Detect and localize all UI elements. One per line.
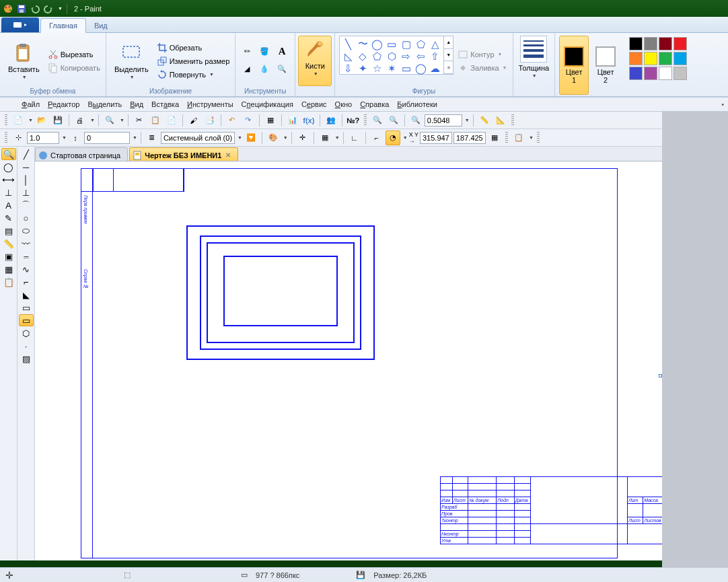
properties-icon[interactable]: 📑 (203, 113, 217, 128)
vtool-param[interactable]: ▤ (1, 225, 16, 237)
ruler2-icon[interactable]: 📐 (493, 113, 508, 128)
crosshair-icon[interactable]: ✛ (295, 131, 310, 145)
paste-button[interactable]: Вставить ▼ (4, 36, 44, 86)
palette-swatch[interactable] (629, 67, 643, 80)
open-icon[interactable]: 📂 (34, 113, 49, 128)
menu-instruments[interactable]: Инструменты (187, 100, 233, 108)
menu-select[interactable]: Выделить (87, 100, 122, 108)
vtool-dim[interactable]: ⟷ (1, 174, 16, 186)
vtool-measure[interactable]: 📏 (1, 238, 16, 250)
resize-button[interactable]: Изменить размер (155, 55, 231, 67)
step-icon[interactable]: ↕ (68, 131, 83, 145)
eraser-tool[interactable]: ◢ (240, 62, 254, 77)
step-input[interactable] (84, 132, 130, 144)
dtool-segment[interactable]: ╱ (19, 148, 34, 160)
zoom-in-icon[interactable]: 🔍 (370, 113, 385, 128)
grid-icon[interactable]: ▦ (318, 131, 332, 145)
dtool-rect2[interactable]: ▭ (19, 301, 34, 314)
menu-file[interactable]: Файл (22, 100, 40, 108)
fill-tool[interactable]: 🪣 (257, 44, 272, 59)
layer-select[interactable] (161, 132, 235, 144)
shapes-expand[interactable]: ≡ (444, 61, 453, 74)
color2-button[interactable]: Цвет 2 (591, 36, 620, 95)
outline-button[interactable]: Контур▼ (456, 48, 508, 61)
save-icon[interactable]: 💾 (50, 113, 65, 128)
rotate-button[interactable]: Повернуть▼ (155, 69, 231, 81)
shape-pentagon[interactable]: ⬠ (370, 50, 384, 63)
tab-drawing[interactable]: Чертеж БЕЗ ИМЕНИ1 ✕ (129, 147, 238, 161)
select-button[interactable]: Выделить ▼ (110, 36, 153, 86)
shape-diamond[interactable]: ◇ (356, 50, 370, 63)
shape-hexagon[interactable]: ⬡ (385, 50, 399, 63)
save-icon[interactable] (16, 3, 27, 14)
coord-lock-icon[interactable]: ▦ (487, 131, 502, 145)
palette-swatch[interactable] (659, 52, 672, 65)
menu-window[interactable]: Окно (335, 100, 353, 108)
shape-callout-oval[interactable]: ◯ (413, 63, 427, 75)
coord-x-input[interactable] (420, 132, 452, 144)
menu-spec[interactable]: Спецификация (242, 100, 293, 108)
vtool-zoom[interactable]: 🔍 (1, 148, 16, 160)
shape-roundrect[interactable]: ▢ (399, 38, 413, 50)
dtool-rect[interactable]: ▭ (19, 314, 34, 326)
paste-icon[interactable]: 📄 (164, 113, 179, 128)
tab-main[interactable]: Главная (40, 18, 86, 33)
shape-star4[interactable]: ✦ (356, 63, 370, 75)
vtool-symbol[interactable]: ⊥ (1, 186, 16, 198)
dtool-vline[interactable]: │ (19, 174, 34, 186)
vtool-geom[interactable]: ◯ (1, 161, 16, 173)
palette-swatch[interactable] (674, 37, 687, 50)
palette-swatch[interactable] (674, 52, 687, 65)
preview-icon[interactable]: 🔍 (102, 113, 117, 128)
shape-triangle[interactable]: △ (428, 38, 442, 50)
palette-swatch[interactable] (629, 37, 643, 50)
canvas-resize-handle[interactable] (659, 374, 662, 377)
shape-polygon[interactable]: ⬠ (413, 38, 427, 50)
ruler1-icon[interactable]: 📏 (477, 113, 492, 128)
copy-button[interactable]: Копировать (46, 62, 102, 74)
brushes-button[interactable]: Кисти ▼ (298, 36, 332, 86)
menu-insert[interactable]: Вставка (151, 100, 179, 108)
round-icon[interactable]: ◔ (386, 131, 400, 145)
color1-button[interactable]: Цвет 1 (559, 36, 589, 95)
ortho-icon[interactable]: ∟ (347, 131, 362, 145)
undo-icon[interactable]: ↶ (225, 113, 240, 128)
vtool-edit[interactable]: ✎ (1, 212, 16, 224)
layer-style-icon[interactable]: ≣ (145, 131, 159, 145)
menu-service[interactable]: Сервис (301, 100, 327, 108)
eyedropper-tool[interactable]: 💧 (257, 62, 272, 77)
menu-help[interactable]: Справка (360, 100, 389, 108)
dtool-arc[interactable]: ⌒ (19, 199, 34, 211)
undo-icon[interactable] (30, 3, 40, 14)
palette-swatch[interactable] (644, 67, 657, 80)
dtool-fillet[interactable]: ⌐ (19, 276, 34, 288)
tab-view[interactable]: Вид (86, 19, 116, 32)
pencil-tool[interactable]: ✏ (240, 44, 254, 59)
menu-view[interactable]: Вид (130, 100, 143, 108)
fx-icon[interactable]: f(x) (301, 113, 316, 128)
palette-swatch[interactable] (644, 52, 657, 65)
tab-start-page[interactable]: Стартовая страница (35, 147, 128, 161)
palette-swatch[interactable] (659, 67, 672, 80)
dtool-spline[interactable]: 〰 (19, 238, 34, 250)
zoom-fit-icon[interactable]: 🔍 (408, 113, 423, 128)
file-menu-button[interactable] (1, 17, 39, 32)
dtool-hatch[interactable]: ▨ (19, 353, 34, 365)
layers-icon[interactable]: ▦ (263, 113, 278, 128)
dtool-point[interactable]: · (19, 340, 34, 352)
new-doc-icon[interactable]: 📄 (11, 113, 26, 128)
dtool-bezier[interactable]: ∿ (19, 263, 34, 275)
manager-icon[interactable]: 👥 (324, 113, 338, 128)
palette-swatch[interactable] (644, 37, 657, 50)
menu-libs[interactable]: Библиотеки (397, 100, 437, 108)
copy-icon[interactable]: 📋 (148, 113, 163, 128)
dtool-circle[interactable]: ○ (19, 212, 34, 224)
thickness-button[interactable] (520, 36, 547, 63)
shape-arrow-l[interactable]: ⇦ (413, 50, 427, 63)
shape-oval[interactable]: ◯ (370, 38, 384, 50)
palette-swatch[interactable] (629, 52, 643, 65)
scale-input[interactable] (27, 132, 59, 144)
menu-editor[interactable]: Редактор (48, 100, 79, 108)
crop-button[interactable]: Обрезать (155, 42, 231, 54)
shape-star6[interactable]: ✶ (385, 63, 399, 75)
